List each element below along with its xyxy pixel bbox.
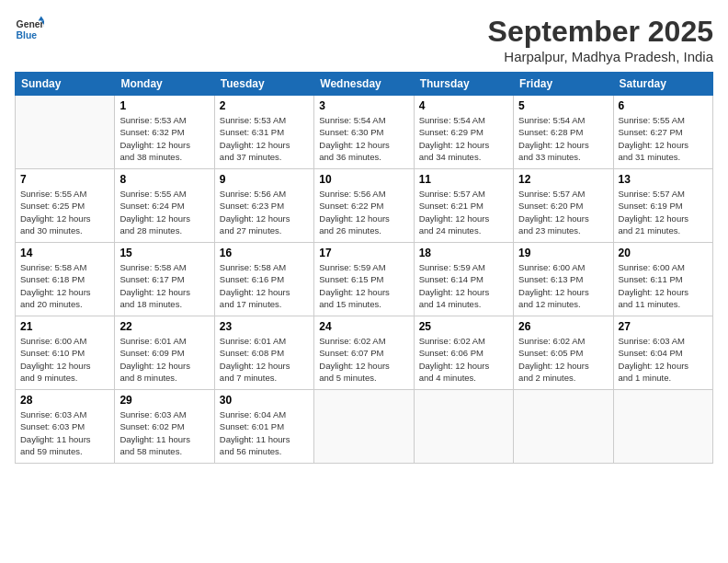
- day-number: 5: [518, 99, 608, 112]
- calendar-cell: 27Sunrise: 6:03 AM Sunset: 6:04 PM Dayli…: [613, 316, 712, 390]
- page-header: General Blue September 2025 Harpalpur, M…: [15, 15, 713, 64]
- calendar-cell: 18Sunrise: 5:59 AM Sunset: 6:14 PM Dayli…: [414, 243, 513, 316]
- calendar-cell: 30Sunrise: 6:04 AM Sunset: 6:01 PM Dayli…: [214, 390, 313, 464]
- col-header-monday: Monday: [115, 73, 214, 96]
- col-header-thursday: Thursday: [414, 73, 513, 96]
- day-number: 6: [619, 99, 708, 112]
- calendar-cell: 12Sunrise: 5:57 AM Sunset: 6:20 PM Dayli…: [514, 169, 613, 243]
- day-number: 13: [619, 173, 708, 186]
- logo-icon: General Blue: [15, 15, 44, 44]
- calendar-cell: 7Sunrise: 5:55 AM Sunset: 6:25 PM Daylig…: [16, 169, 115, 243]
- calendar-cell: 22Sunrise: 6:01 AM Sunset: 6:09 PM Dayli…: [115, 316, 214, 390]
- cell-info: Sunrise: 6:02 AM Sunset: 6:06 PM Dayligh…: [419, 335, 508, 384]
- svg-text:Blue: Blue: [17, 30, 38, 40]
- calendar-cell: 29Sunrise: 6:03 AM Sunset: 6:02 PM Dayli…: [115, 390, 214, 464]
- day-number: 19: [518, 247, 608, 259]
- week-row-4: 28Sunrise: 6:03 AM Sunset: 6:03 PM Dayli…: [16, 390, 713, 464]
- day-number: 14: [20, 247, 109, 259]
- calendar-cell: 19Sunrise: 6:00 AM Sunset: 6:13 PM Dayli…: [514, 243, 613, 316]
- day-number: 23: [220, 320, 309, 333]
- day-number: 28: [20, 394, 109, 407]
- calendar-cell: [514, 390, 613, 464]
- calendar-cell: [16, 96, 115, 169]
- day-number: 10: [319, 173, 408, 186]
- cell-info: Sunrise: 5:54 AM Sunset: 6:30 PM Dayligh…: [319, 114, 408, 163]
- month-title: September 2025: [488, 15, 713, 49]
- day-number: 4: [419, 99, 508, 112]
- calendar-cell: [613, 390, 712, 464]
- cell-info: Sunrise: 6:00 AM Sunset: 6:11 PM Dayligh…: [619, 261, 708, 310]
- calendar-cell: 3Sunrise: 5:54 AM Sunset: 6:30 PM Daylig…: [314, 96, 414, 169]
- day-number: 21: [20, 320, 109, 333]
- week-row-2: 14Sunrise: 5:58 AM Sunset: 6:18 PM Dayli…: [16, 243, 713, 316]
- cell-info: Sunrise: 5:54 AM Sunset: 6:29 PM Dayligh…: [419, 114, 508, 163]
- cell-info: Sunrise: 5:57 AM Sunset: 6:19 PM Dayligh…: [619, 188, 708, 236]
- day-number: 1: [119, 99, 209, 112]
- cell-info: Sunrise: 5:59 AM Sunset: 6:14 PM Dayligh…: [419, 261, 508, 310]
- cell-info: Sunrise: 5:57 AM Sunset: 6:21 PM Dayligh…: [419, 188, 508, 236]
- calendar-cell: 24Sunrise: 6:02 AM Sunset: 6:07 PM Dayli…: [314, 316, 414, 390]
- cell-info: Sunrise: 6:03 AM Sunset: 6:02 PM Dayligh…: [119, 408, 209, 457]
- calendar-cell: [314, 390, 414, 464]
- calendar-cell: 2Sunrise: 5:53 AM Sunset: 6:31 PM Daylig…: [214, 96, 313, 169]
- day-number: 7: [20, 173, 109, 186]
- cell-info: Sunrise: 5:55 AM Sunset: 6:24 PM Dayligh…: [119, 188, 209, 236]
- week-row-1: 7Sunrise: 5:55 AM Sunset: 6:25 PM Daylig…: [16, 169, 713, 243]
- day-number: 3: [319, 99, 408, 112]
- svg-text:General: General: [17, 19, 44, 29]
- calendar-cell: 1Sunrise: 5:53 AM Sunset: 6:32 PM Daylig…: [115, 96, 214, 169]
- day-number: 26: [518, 320, 608, 333]
- cell-info: Sunrise: 6:00 AM Sunset: 6:13 PM Dayligh…: [518, 261, 608, 310]
- day-number: 9: [220, 173, 309, 186]
- cell-info: Sunrise: 6:04 AM Sunset: 6:01 PM Dayligh…: [220, 408, 309, 457]
- day-number: 15: [119, 247, 209, 259]
- cell-info: Sunrise: 5:56 AM Sunset: 6:22 PM Dayligh…: [319, 188, 408, 236]
- calendar-cell: [414, 390, 513, 464]
- calendar-cell: 20Sunrise: 6:00 AM Sunset: 6:11 PM Dayli…: [613, 243, 712, 316]
- col-header-sunday: Sunday: [16, 73, 115, 96]
- cell-info: Sunrise: 5:53 AM Sunset: 6:32 PM Dayligh…: [119, 114, 209, 163]
- calendar-cell: 8Sunrise: 5:55 AM Sunset: 6:24 PM Daylig…: [115, 169, 214, 243]
- calendar-cell: 28Sunrise: 6:03 AM Sunset: 6:03 PM Dayli…: [16, 390, 115, 464]
- calendar-cell: 11Sunrise: 5:57 AM Sunset: 6:21 PM Dayli…: [414, 169, 513, 243]
- cell-info: Sunrise: 6:03 AM Sunset: 6:03 PM Dayligh…: [20, 408, 109, 457]
- day-number: 20: [619, 247, 708, 259]
- day-number: 16: [220, 247, 309, 259]
- calendar-cell: 13Sunrise: 5:57 AM Sunset: 6:19 PM Dayli…: [613, 169, 712, 243]
- day-number: 22: [119, 320, 209, 333]
- col-header-friday: Friday: [514, 73, 613, 96]
- logo: General Blue: [15, 15, 44, 44]
- calendar-cell: 21Sunrise: 6:00 AM Sunset: 6:10 PM Dayli…: [16, 316, 115, 390]
- day-number: 30: [220, 394, 309, 407]
- calendar-header-row: SundayMondayTuesdayWednesdayThursdayFrid…: [16, 73, 713, 96]
- cell-info: Sunrise: 5:54 AM Sunset: 6:28 PM Dayligh…: [518, 114, 608, 163]
- calendar-cell: 17Sunrise: 5:59 AM Sunset: 6:15 PM Dayli…: [314, 243, 414, 316]
- calendar-cell: 9Sunrise: 5:56 AM Sunset: 6:23 PM Daylig…: [214, 169, 313, 243]
- calendar-cell: 4Sunrise: 5:54 AM Sunset: 6:29 PM Daylig…: [414, 96, 513, 169]
- location-subtitle: Harpalpur, Madhya Pradesh, India: [488, 49, 713, 64]
- calendar-cell: 25Sunrise: 6:02 AM Sunset: 6:06 PM Dayli…: [414, 316, 513, 390]
- week-row-3: 21Sunrise: 6:00 AM Sunset: 6:10 PM Dayli…: [16, 316, 713, 390]
- col-header-tuesday: Tuesday: [214, 73, 313, 96]
- calendar-cell: 6Sunrise: 5:55 AM Sunset: 6:27 PM Daylig…: [613, 96, 712, 169]
- day-number: 18: [419, 247, 508, 259]
- cell-info: Sunrise: 5:53 AM Sunset: 6:31 PM Dayligh…: [220, 114, 309, 163]
- day-number: 27: [619, 320, 708, 333]
- week-row-0: 1Sunrise: 5:53 AM Sunset: 6:32 PM Daylig…: [16, 96, 713, 169]
- calendar-cell: 10Sunrise: 5:56 AM Sunset: 6:22 PM Dayli…: [314, 169, 414, 243]
- cell-info: Sunrise: 6:03 AM Sunset: 6:04 PM Dayligh…: [619, 335, 708, 384]
- cell-info: Sunrise: 5:56 AM Sunset: 6:23 PM Dayligh…: [220, 188, 309, 236]
- calendar-cell: 5Sunrise: 5:54 AM Sunset: 6:28 PM Daylig…: [514, 96, 613, 169]
- cell-info: Sunrise: 6:02 AM Sunset: 6:05 PM Dayligh…: [518, 335, 608, 384]
- day-number: 11: [419, 173, 508, 186]
- col-header-wednesday: Wednesday: [314, 73, 414, 96]
- calendar-cell: 14Sunrise: 5:58 AM Sunset: 6:18 PM Dayli…: [16, 243, 115, 316]
- cell-info: Sunrise: 6:01 AM Sunset: 6:09 PM Dayligh…: [119, 335, 209, 384]
- cell-info: Sunrise: 5:58 AM Sunset: 6:18 PM Dayligh…: [20, 261, 109, 310]
- cell-info: Sunrise: 5:59 AM Sunset: 6:15 PM Dayligh…: [319, 261, 408, 310]
- calendar-table: SundayMondayTuesdayWednesdayThursdayFrid…: [15, 72, 713, 464]
- day-number: 2: [220, 99, 309, 112]
- title-block: September 2025 Harpalpur, Madhya Pradesh…: [488, 15, 713, 64]
- calendar-body: 1Sunrise: 5:53 AM Sunset: 6:32 PM Daylig…: [16, 96, 713, 464]
- calendar-cell: 16Sunrise: 5:58 AM Sunset: 6:16 PM Dayli…: [214, 243, 313, 316]
